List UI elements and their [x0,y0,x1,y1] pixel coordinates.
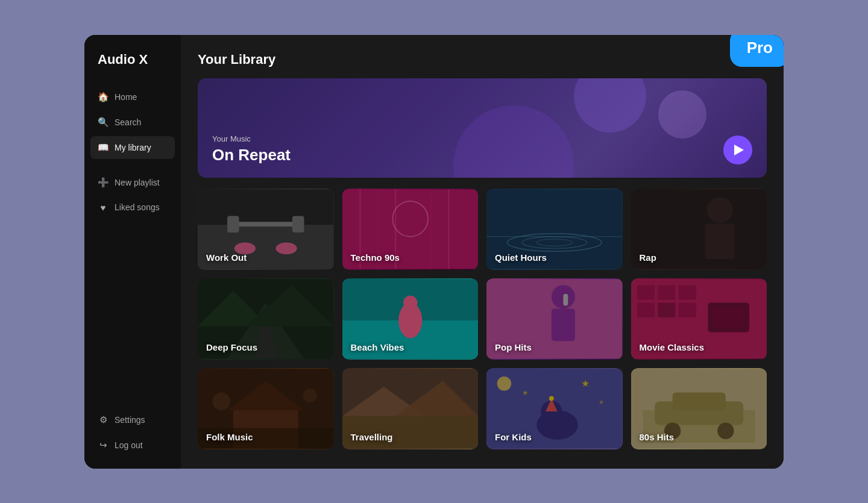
card-label-quiet-hours: Quiet Hours [486,245,555,270]
playlist-card-workout[interactable]: Work Out [198,189,334,270]
card-label-rap: Rap [631,245,665,270]
card-label-beach-vibes: Beach Vibes [342,335,413,360]
card-label-movie-classics: Movie Classics [631,335,713,360]
sidebar-item-home-label: Home [115,92,137,102]
sidebar-nav: 🏠 Home 🔍 Search 📖 My library [84,86,181,159]
main-header: Your Library [198,52,767,67]
card-label-workout: Work Out [198,245,255,270]
home-icon: 🏠 [98,92,108,102]
logout-icon: ↪ [98,440,108,451]
playlist-card-deep-focus[interactable]: Deep Focus [198,278,334,360]
settings-icon: ⚙ [98,414,108,425]
playlist-card-techno90s[interactable]: Techno 90s [342,189,479,270]
heart-icon: ♥ [98,202,108,213]
sidebar-item-search-label: Search [115,117,141,127]
playlist-grid: Work Out Techno 90s [198,189,767,449]
hero-title: On Repeat [212,146,291,164]
sidebar-bottom: ⚙ Settings ↪ Log out [84,408,181,457]
playlist-card-movie-classics[interactable]: Movie Classics [631,278,767,360]
card-label-for-kids: For Kids [486,425,540,449]
hero-play-button[interactable] [723,136,752,164]
sidebar-item-liked-songs-label: Liked songs [115,202,160,212]
playlist-card-pop-hits[interactable]: Pop Hits [486,278,623,360]
hero-banner[interactable]: Your Music On Repeat [198,78,767,178]
card-label-travelling: Travelling [342,425,401,449]
main-content: Your Library Your Music On Repeat [181,35,784,469]
app-container: Audio X 🏠 Home 🔍 Search 📖 My library ➕ N… [84,35,784,469]
sidebar-item-logout[interactable]: ↪ Log out [90,434,175,457]
hero-subtitle: Your Music [212,134,291,143]
card-label-folk-music: Folk Music [198,425,262,449]
card-label-80s-hits: 80s Hits [631,425,683,449]
playlist-card-folk-music[interactable]: Folk Music [198,368,334,449]
add-icon: ➕ [98,177,108,188]
playlist-card-quiet-hours[interactable]: Quiet Hours [486,189,623,270]
page-title: Your Library [198,52,275,67]
app-logo: Audio X [84,52,181,86]
sidebar-item-my-library[interactable]: 📖 My library [90,136,175,159]
sidebar-item-search[interactable]: 🔍 Search [90,111,175,134]
playlist-card-beach-vibes[interactable]: Beach Vibes [342,278,479,360]
sidebar-item-liked-songs[interactable]: ♥ Liked songs [90,196,175,219]
sidebar-item-settings[interactable]: ⚙ Settings [90,408,175,431]
sidebar-item-logout-label: Log out [115,440,143,450]
play-triangle-icon [734,145,744,155]
sidebar-actions: ➕ New playlist ♥ Liked songs [84,171,181,219]
sidebar-item-new-playlist[interactable]: ➕ New playlist [90,171,175,194]
sidebar-item-new-playlist-label: New playlist [115,178,160,187]
sidebar-item-settings-label: Settings [115,415,145,425]
hero-content: Your Music On Repeat [212,134,291,164]
sidebar-item-library-label: My library [115,143,151,152]
playlist-card-for-kids[interactable]: ★ ★ ★ For Kids [486,368,623,449]
sidebar: Audio X 🏠 Home 🔍 Search 📖 My library ➕ N… [84,35,181,469]
card-label-pop-hits: Pop Hits [486,335,540,360]
playlist-card-80s-hits[interactable]: 80s Hits [631,368,767,449]
hero-shape-2 [658,90,706,139]
playlist-card-rap[interactable]: Rap [631,189,767,270]
library-icon: 📖 [98,142,108,153]
playlist-card-travelling[interactable]: Travelling [342,368,479,449]
pro-badge[interactable]: Pro [730,35,784,67]
card-label-deep-focus: Deep Focus [198,335,266,360]
sidebar-item-home[interactable]: 🏠 Home [90,86,175,108]
search-icon: 🔍 [98,117,108,128]
card-label-techno90s: Techno 90s [342,245,408,270]
